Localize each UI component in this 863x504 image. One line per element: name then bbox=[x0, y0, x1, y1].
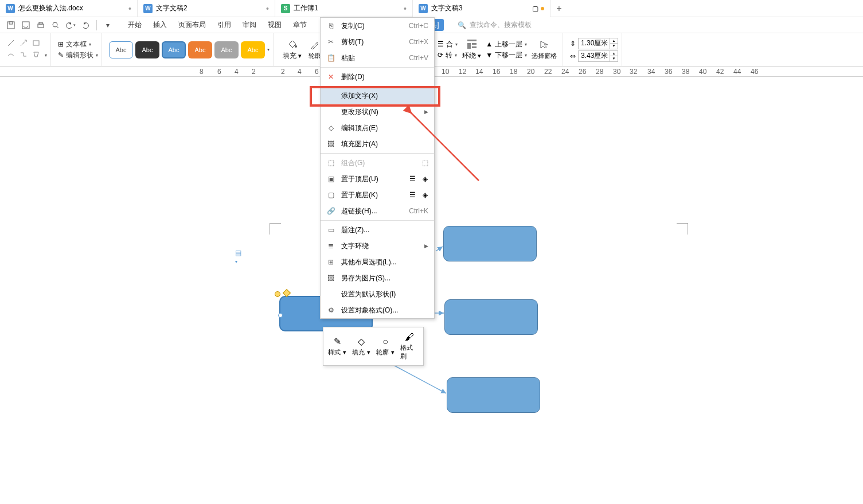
context-menu-item[interactable]: ▣置于顶层(U)☰◈ bbox=[321, 171, 434, 187]
editshape-icon[interactable]: ✎ bbox=[58, 51, 64, 59]
shape-rect[interactable] bbox=[443, 226, 537, 261]
chevron-down-icon[interactable]: ▾ bbox=[45, 53, 47, 58]
rotate-handle[interactable] bbox=[275, 291, 280, 297]
menu-item-label: 更改形状(N) bbox=[341, 107, 419, 117]
context-menu-item[interactable]: ⊞其他布局选项(L)... bbox=[321, 254, 434, 270]
style-preset-6[interactable]: Abc bbox=[241, 41, 265, 58]
context-menu-item[interactable]: 📋粘贴Ctrl+V bbox=[321, 50, 434, 66]
ruler-mark: 8 bbox=[200, 68, 204, 76]
menu-pagelayout[interactable]: 页面布局 bbox=[178, 20, 206, 30]
style-preset-4[interactable]: Abc bbox=[188, 41, 212, 58]
chevron-down-icon[interactable]: ▾ bbox=[267, 47, 270, 52]
layer-icon[interactable]: ◈ bbox=[420, 174, 429, 183]
dropdown-icon[interactable]: ▾ bbox=[101, 19, 114, 32]
menu-view[interactable]: 视图 bbox=[268, 20, 282, 30]
spin-up[interactable]: ▲ bbox=[610, 38, 618, 44]
textwrap-icon: ≣ bbox=[326, 241, 335, 251]
chevron-down-icon[interactable]: ▾ bbox=[96, 53, 98, 58]
freeform-icon[interactable] bbox=[32, 50, 42, 61]
arrow-icon[interactable] bbox=[19, 39, 30, 49]
svg-rect-1 bbox=[9, 22, 13, 24]
textbox-icon[interactable]: ⊞ bbox=[58, 40, 64, 48]
curve-icon[interactable] bbox=[7, 50, 17, 61]
context-menu-item[interactable]: 设置为默认形状(I) bbox=[321, 286, 434, 302]
context-menu-item[interactable]: ◇编辑顶点(E) bbox=[321, 120, 434, 136]
tab-close-icon[interactable]: • bbox=[266, 4, 269, 13]
print-icon[interactable] bbox=[34, 19, 47, 32]
context-menu-item[interactable]: 🖼填充图片(A) bbox=[321, 136, 434, 152]
search-box[interactable]: 🔍 查找命令、搜索模板 bbox=[458, 20, 532, 30]
context-menu-item[interactable]: ⚙设置对象格式(O)... bbox=[321, 302, 434, 318]
context-menu: ⎘复制(C)Ctrl+C✂剪切(T)Ctrl+X📋粘贴Ctrl+V✕删除(D)添… bbox=[320, 17, 435, 319]
ribbon-arrange: ☰合▾ ⟳转▾ 环绕 ▾ ▲上移一层▾ ▼下移一层▾ 选择窗格 bbox=[434, 33, 563, 66]
tab-label: 文字文稿2 bbox=[156, 3, 188, 13]
style-preset-5[interactable]: Abc bbox=[214, 41, 239, 58]
tab-2[interactable]: W 文字文稿2 • bbox=[138, 0, 275, 17]
context-menu-item[interactable]: ✕删除(D) bbox=[321, 69, 434, 85]
width-input[interactable]: 3.43厘米 ▲▼ bbox=[578, 50, 618, 62]
menu-section[interactable]: 章节 bbox=[293, 20, 307, 30]
context-menu-item[interactable]: ≣文字环绕▶ bbox=[321, 238, 434, 254]
align-icon[interactable]: ☰ bbox=[438, 40, 444, 48]
context-menu-item[interactable]: 🔗超链接(H)...Ctrl+K bbox=[321, 203, 434, 219]
spin-up[interactable]: ▲ bbox=[610, 51, 618, 57]
blank-icon bbox=[326, 290, 335, 299]
send-backward-icon[interactable]: ▼ bbox=[486, 51, 493, 59]
bring-forward-icon[interactable]: ▲ bbox=[486, 40, 493, 48]
preview-icon[interactable] bbox=[49, 19, 62, 32]
adjust-handle[interactable] bbox=[283, 289, 291, 297]
undo-icon[interactable]: ▾ bbox=[64, 19, 77, 32]
save-icon[interactable] bbox=[5, 19, 17, 32]
line-icon[interactable] bbox=[7, 39, 17, 49]
menu-insert[interactable]: 插入 bbox=[153, 20, 167, 30]
mini-toolbar-button[interactable]: 🖌格式刷 bbox=[398, 330, 421, 363]
menu-review[interactable]: 审阅 bbox=[243, 20, 256, 30]
redo-icon[interactable] bbox=[79, 19, 92, 32]
height-input[interactable]: 1.30厘米 ▲▼ bbox=[578, 38, 618, 49]
wrap-button[interactable]: 环绕 ▾ bbox=[460, 38, 483, 61]
menu-start[interactable]: 开始 bbox=[128, 20, 142, 30]
tab-4[interactable]: W 文字文稿3 ▢ bbox=[413, 0, 550, 17]
shape-rect[interactable] bbox=[447, 377, 540, 413]
rect-icon[interactable] bbox=[32, 39, 42, 49]
fill-button[interactable]: 填充 ▾ bbox=[280, 38, 304, 61]
height-icon: ⇕ bbox=[570, 40, 576, 48]
ruler-mark: 36 bbox=[665, 68, 672, 76]
style-preset-2[interactable]: Abc bbox=[135, 41, 159, 58]
layer-icon[interactable]: ◈ bbox=[420, 190, 429, 200]
layer-icon[interactable]: ☰ bbox=[408, 174, 417, 183]
style-preset-3[interactable]: Abc bbox=[162, 41, 186, 58]
context-menu-item[interactable]: ▢置于底层(K)☰◈ bbox=[321, 187, 434, 203]
context-menu-item[interactable]: ⎘复制(C)Ctrl+C bbox=[321, 18, 434, 34]
add-tab-button[interactable]: + bbox=[550, 0, 568, 17]
mini-toolbar-button[interactable]: ✎样式 ▾ bbox=[326, 330, 349, 363]
tab-close-icon[interactable]: • bbox=[128, 4, 131, 13]
style-preset-1[interactable]: Abc bbox=[109, 41, 133, 58]
shape-rect[interactable] bbox=[444, 299, 538, 335]
menu-reference[interactable]: 引用 bbox=[217, 20, 231, 30]
spin-down[interactable]: ▼ bbox=[610, 56, 618, 61]
mini-toolbar-button[interactable]: ○轮廓 ▾ bbox=[374, 330, 397, 363]
tab-close-icon[interactable]: • bbox=[404, 4, 407, 13]
context-menu-item[interactable]: 🖼另存为图片(S)... bbox=[321, 270, 434, 286]
textbox-label[interactable]: 文本框 bbox=[66, 40, 87, 49]
context-menu-item[interactable]: ✂剪切(T)Ctrl+X bbox=[321, 34, 434, 50]
menu-item-label: 复制(C) bbox=[341, 21, 403, 31]
rotate-icon[interactable]: ⟳ bbox=[438, 51, 443, 59]
context-menu-item[interactable]: ▭题注(Z)... bbox=[321, 222, 434, 238]
chevron-down-icon[interactable]: ▾ bbox=[89, 42, 91, 47]
menu-item-label: 删除(D) bbox=[341, 72, 428, 82]
spin-down[interactable]: ▼ bbox=[610, 44, 618, 49]
context-menu-item[interactable]: 添加文字(X) bbox=[321, 88, 434, 104]
resize-handle[interactable] bbox=[278, 313, 283, 318]
tab-3[interactable]: S 工作簿1 • bbox=[275, 0, 413, 17]
document-marker-icon[interactable]: ▤ ▾ bbox=[235, 249, 244, 258]
editshape-label[interactable]: 编辑形状 bbox=[66, 50, 93, 60]
mini-toolbar-button[interactable]: ◇填充 ▾ bbox=[350, 330, 373, 363]
context-menu-item[interactable]: 更改形状(N)▶ bbox=[321, 104, 434, 120]
tab-1[interactable]: W 怎么更换输入法.docx • bbox=[0, 0, 138, 17]
selection-pane-button[interactable]: 选择窗格 bbox=[529, 39, 559, 60]
connector-icon[interactable] bbox=[19, 50, 30, 61]
layer-icon[interactable]: ☰ bbox=[408, 190, 417, 200]
saveas-icon[interactable] bbox=[19, 19, 32, 32]
